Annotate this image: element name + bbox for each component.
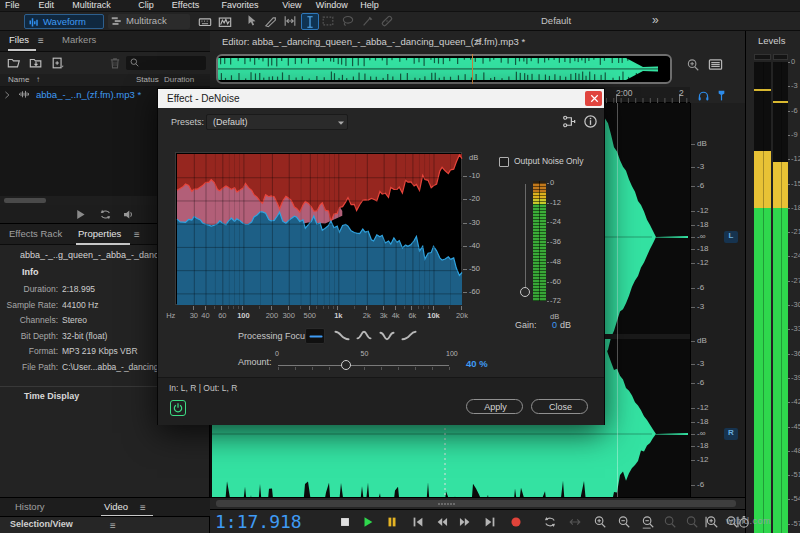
col-duration[interactable]: Duration [164, 76, 194, 85]
move-playhead-disabled-icon[interactable] [568, 515, 582, 529]
menu-item-favorites[interactable]: Favorites [222, 1, 259, 11]
workspace-label[interactable]: Default [541, 16, 571, 26]
menu-item-file[interactable]: File [5, 1, 20, 11]
preview-play-icon[interactable] [195, 401, 209, 415]
apply-button[interactable]: Apply [466, 399, 523, 414]
fast-forward-icon[interactable] [458, 515, 472, 529]
tab-history[interactable]: History [15, 502, 45, 512]
col-status[interactable]: Status [136, 76, 159, 85]
selection-view-menu-icon[interactable]: ≡ [110, 520, 116, 531]
info-chevron-down-icon[interactable] [6, 267, 16, 277]
menu-item-clip[interactable]: Clip [138, 1, 154, 11]
tool-marquee-selection-tool[interactable] [320, 13, 338, 30]
zoom-in-icon[interactable] [593, 515, 607, 529]
col-name[interactable]: Name [8, 76, 29, 85]
video-menu-icon[interactable]: ≡ [140, 502, 146, 513]
focus-mode-bell[interactable] [354, 328, 374, 344]
editor-scrollbar-handle[interactable] [216, 500, 736, 507]
delete-preset-icon[interactable] [381, 114, 396, 129]
focus-mode-full-band[interactable] [305, 328, 325, 344]
tool-slip-tool[interactable] [282, 13, 300, 30]
stop-icon[interactable] [338, 515, 352, 529]
tab-files[interactable]: Files [9, 35, 29, 45]
dialog-close-button[interactable] [585, 91, 602, 106]
close-button[interactable]: Close [531, 399, 588, 414]
zoom-to-in-point-icon[interactable] [705, 515, 719, 529]
info-section-title[interactable]: Info [22, 268, 39, 278]
display-mode-icon[interactable] [708, 57, 723, 72]
tab-properties[interactable]: Properties [78, 229, 121, 239]
amount-slider-handle[interactable] [341, 360, 351, 370]
overview-zoom-icon[interactable] [686, 58, 700, 72]
tool-lasso-selection-tool[interactable] [340, 13, 358, 30]
overview-navigator[interactable] [216, 54, 672, 84]
tab-multitrack[interactable]: Multitrack [108, 14, 190, 29]
menu-item-window[interactable]: Window [316, 1, 348, 11]
rewind-icon[interactable] [435, 515, 449, 529]
loop-playback-icon[interactable] [543, 515, 557, 529]
speaker-icon[interactable] [122, 208, 135, 221]
trash-icon[interactable] [108, 56, 122, 70]
gain-slider-track[interactable] [525, 184, 526, 292]
insert-multitrack-icon[interactable] [84, 56, 98, 70]
zoom-out-full-icon[interactable] [641, 515, 655, 529]
editor-scrollbar[interactable] [210, 497, 745, 509]
menu-item-effects[interactable]: Effects [172, 1, 199, 11]
new-item-icon[interactable] [51, 56, 65, 70]
tab-effects-rack[interactable]: Effects Rack [9, 229, 62, 239]
tool-time-selection-tool[interactable] [301, 13, 319, 30]
dialog-title-bar[interactable]: Effect - DeNoise [158, 89, 604, 108]
save-preset-icon[interactable] [358, 114, 373, 129]
workspace-chevrons[interactable]: » [652, 14, 659, 27]
editor-menu-icon[interactable]: ≡ [476, 36, 482, 47]
menu-item-view[interactable]: View [282, 1, 301, 11]
import-files-icon[interactable] [29, 56, 43, 70]
effect-power-button[interactable] [170, 400, 186, 416]
files-panel-menu-icon[interactable]: ≡ [38, 35, 44, 46]
keyboard-icon[interactable] [198, 15, 212, 29]
skip-to-end-icon[interactable] [483, 515, 497, 529]
play-icon[interactable] [361, 515, 375, 529]
favorite-star-icon[interactable] [404, 113, 420, 129]
tab-video[interactable]: Video [104, 502, 128, 512]
time-display[interactable]: 1:17.918 [215, 512, 302, 532]
open-folder-icon[interactable] [7, 56, 21, 70]
channel-map-icon[interactable] [562, 114, 577, 129]
pause-icon[interactable] [385, 515, 399, 529]
preview-loop-icon[interactable] [216, 401, 230, 415]
spectral-display-icon[interactable] [218, 15, 232, 29]
focus-mode-notch[interactable] [377, 328, 397, 344]
skip-to-start-icon[interactable] [411, 515, 425, 529]
menu-item-multitrack[interactable]: Multitrack [72, 1, 111, 11]
gain-slider-handle[interactable] [520, 287, 530, 297]
tab-markers[interactable]: Markers [62, 35, 96, 45]
menu-item-edit[interactable]: Edit [39, 1, 55, 11]
time-display-chevron-icon[interactable] [6, 391, 16, 401]
tool-razor-tool[interactable] [263, 13, 281, 30]
marker-pin-icon[interactable] [715, 89, 728, 102]
tab-waveform[interactable]: Waveform [24, 14, 104, 29]
output-noise-only-checkbox[interactable] [499, 157, 509, 167]
record-icon[interactable] [509, 515, 523, 529]
tool-spot-healing-brush-tool[interactable] [379, 13, 397, 30]
denoise-graph[interactable] [176, 153, 461, 304]
chevron-right-icon[interactable] [2, 90, 12, 100]
preset-select[interactable]: (Default) [206, 114, 348, 130]
info-icon[interactable] [583, 114, 598, 129]
amount-slider-track[interactable] [278, 365, 449, 366]
search-box[interactable] [126, 56, 206, 70]
tool-paintbrush-tool[interactable] [360, 13, 378, 30]
properties-menu-icon[interactable]: ≡ [134, 229, 140, 240]
zoom-disabled-b-icon[interactable] [685, 515, 699, 529]
zoom-out-icon[interactable] [617, 515, 631, 529]
headphone-icon[interactable] [697, 89, 710, 102]
files-scrollbar-handle[interactable] [4, 198, 46, 203]
focus-mode-high-shelf[interactable] [399, 328, 419, 344]
time-display-title[interactable]: Time Display [24, 392, 79, 402]
play-icon[interactable] [74, 208, 87, 221]
focus-mode-low-shelf[interactable] [332, 328, 352, 344]
loop-playback-icon[interactable] [99, 208, 112, 221]
zoom-disabled-a-icon[interactable] [663, 515, 677, 529]
tool-move-tool[interactable] [244, 13, 262, 30]
menu-item-help[interactable]: Help [360, 1, 379, 11]
